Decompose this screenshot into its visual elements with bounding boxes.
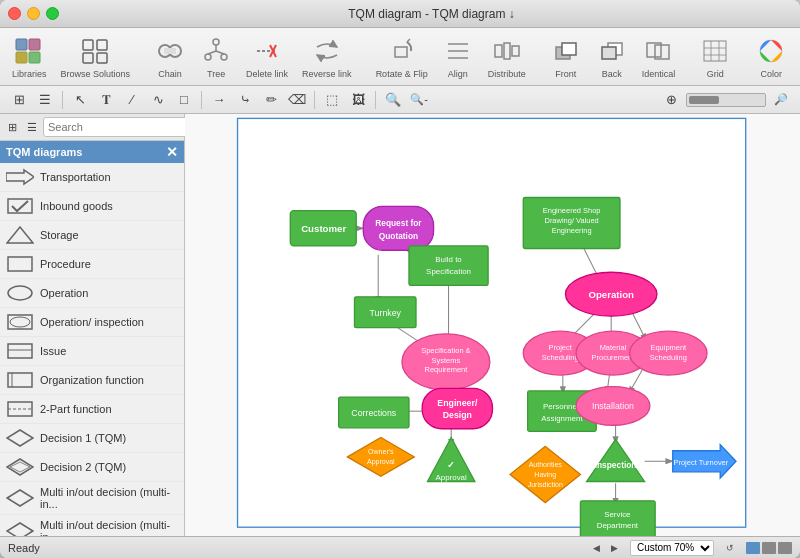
- sidebar-item-decision1[interactable]: Decision 1 (TQM): [0, 424, 184, 453]
- sidebar-list-toggle[interactable]: ☰: [23, 119, 41, 136]
- sidebar-search-input[interactable]: [43, 117, 191, 137]
- tool-eraser[interactable]: ⌫: [286, 89, 308, 111]
- sidebar-close-button[interactable]: ✕: [166, 144, 178, 160]
- toolbar-color[interactable]: Color: [751, 33, 791, 81]
- svg-point-11: [213, 39, 219, 45]
- toolbar-back[interactable]: Back: [592, 33, 632, 81]
- tool-pencil[interactable]: ✏: [260, 89, 282, 111]
- org-function-icon: [6, 370, 34, 390]
- maximize-button[interactable]: [46, 7, 59, 20]
- sidebar-item-inbound[interactable]: Inbound goods: [0, 192, 184, 221]
- tool-hand[interactable]: ☰: [34, 89, 56, 111]
- svg-text:Request for: Request for: [375, 218, 422, 228]
- tool-select[interactable]: ⊞: [8, 89, 30, 111]
- sidebar-item-2part[interactable]: 2-Part function: [0, 395, 184, 424]
- identical-icon: [642, 35, 674, 67]
- svg-text:Installation: Installation: [592, 401, 634, 411]
- svg-rect-90: [363, 206, 433, 250]
- tool-shape[interactable]: □: [173, 89, 195, 111]
- toolbar-browse[interactable]: Browse Solutions: [57, 33, 135, 81]
- tool-zoom-out[interactable]: 🔍-: [408, 89, 430, 111]
- toolbar-align[interactable]: Align: [438, 33, 478, 81]
- rotate-icon: [386, 35, 418, 67]
- svg-rect-5: [97, 40, 107, 50]
- tool-curve[interactable]: ∿: [147, 89, 169, 111]
- sidebar-view-toggle[interactable]: ⊞: [4, 119, 21, 136]
- tool-arrow[interactable]: →: [208, 89, 230, 111]
- svg-text:Material: Material: [600, 343, 627, 352]
- sidebar-item-issue[interactable]: Issue: [0, 337, 184, 366]
- canvas-area[interactable]: Customer Request for Quotation Engineere…: [185, 114, 800, 536]
- tool-zoom-fit[interactable]: ⊕: [660, 89, 682, 111]
- svg-line-16: [216, 51, 224, 54]
- svg-rect-30: [602, 47, 616, 59]
- svg-rect-48: [8, 344, 32, 358]
- align-label: Align: [448, 69, 468, 79]
- page-icon-group: [746, 542, 792, 554]
- tools-sep-2: [201, 91, 202, 109]
- toolbar-chain[interactable]: Chain: [150, 33, 190, 81]
- multi1-label: Multi in/out decision (multi-in...: [40, 486, 178, 510]
- page-refresh-icon[interactable]: ↺: [722, 540, 738, 556]
- toolbar-reverse-link[interactable]: Reverse link: [298, 33, 356, 81]
- storage-label: Storage: [40, 229, 79, 241]
- sidebar-item-op-inspection[interactable]: Operation/ inspection: [0, 308, 184, 337]
- svg-rect-6: [83, 53, 93, 63]
- tool-text[interactable]: 𝐓: [95, 89, 117, 111]
- sidebar-items-list: Transportation Inbound goods: [0, 163, 184, 536]
- toolbar-distribute[interactable]: Distribute: [484, 33, 530, 81]
- toolbar-identical[interactable]: Identical: [638, 33, 680, 81]
- main-window: TQM diagram - TQM diagram ↓ Libraries: [0, 0, 800, 558]
- sidebar-category-label: TQM diagrams: [6, 146, 82, 158]
- toolbar-grid[interactable]: Grid: [695, 33, 735, 81]
- minimize-button[interactable]: [27, 7, 40, 20]
- tool-zoom-area[interactable]: ⬚: [321, 89, 343, 111]
- svg-text:Service: Service: [604, 510, 631, 519]
- sidebar-item-storage[interactable]: Storage: [0, 221, 184, 250]
- tool-line[interactable]: ∕: [121, 89, 143, 111]
- toolbar-delete-link[interactable]: Delete link: [242, 33, 292, 81]
- svg-rect-33: [704, 41, 726, 61]
- tool-zoom-in[interactable]: 🔍: [382, 89, 404, 111]
- close-button[interactable]: [8, 7, 21, 20]
- svg-text:Specification: Specification: [426, 267, 471, 276]
- page-next-button[interactable]: ▶: [606, 540, 622, 556]
- rotate-label: Rotate & Flip: [376, 69, 428, 79]
- page-icon-2[interactable]: [762, 542, 776, 554]
- toolbar-rotate[interactable]: Rotate & Flip: [372, 33, 432, 81]
- tool-connector[interactable]: ⤷: [234, 89, 256, 111]
- sidebar-item-transportation[interactable]: Transportation: [0, 163, 184, 192]
- diagram-canvas[interactable]: Customer Request for Quotation Engineere…: [185, 114, 800, 536]
- toolbar-front[interactable]: Front: [546, 33, 586, 81]
- page-prev-button[interactable]: ◀: [588, 540, 604, 556]
- toolbar-libraries[interactable]: Libraries: [8, 33, 51, 81]
- svg-text:✓: ✓: [447, 460, 455, 470]
- svg-rect-26: [512, 46, 519, 56]
- sidebar-item-procedure[interactable]: Procedure: [0, 250, 184, 279]
- sidebar-item-multi2[interactable]: Multi in/out decision (multi-in...: [0, 515, 184, 536]
- tool-pointer[interactable]: ↖: [69, 89, 91, 111]
- tool-image[interactable]: 🖼: [347, 89, 369, 111]
- svg-text:Engineer/: Engineer/: [437, 398, 478, 408]
- svg-rect-24: [495, 45, 502, 57]
- svg-rect-2: [16, 52, 27, 63]
- page-icon-3[interactable]: [778, 542, 792, 554]
- svg-rect-3: [29, 52, 40, 63]
- svg-rect-1: [29, 39, 40, 50]
- svg-text:Approval: Approval: [436, 473, 467, 482]
- tool-zoom-reset[interactable]: 🔎: [770, 89, 792, 111]
- svg-text:Procurement: Procurement: [592, 353, 636, 362]
- org-function-label: Organization function: [40, 374, 144, 386]
- sidebar-item-multi1[interactable]: Multi in/out decision (multi-in...: [0, 482, 184, 515]
- sidebar-item-decision2[interactable]: Decision 2 (TQM): [0, 453, 184, 482]
- page-icon-1[interactable]: [746, 542, 760, 554]
- sidebar-item-org-function[interactable]: Organization function: [0, 366, 184, 395]
- zoom-selector[interactable]: Custom 70%: [630, 540, 714, 556]
- delete-link-label: Delete link: [246, 69, 288, 79]
- toolbar-tree[interactable]: Tree: [196, 33, 236, 81]
- zoom-slider[interactable]: [686, 93, 766, 107]
- reverse-link-icon: [311, 35, 343, 67]
- multi2-label: Multi in/out decision (multi-in...: [40, 519, 178, 536]
- sidebar-item-operation[interactable]: Operation: [0, 279, 184, 308]
- svg-line-15: [208, 51, 216, 54]
